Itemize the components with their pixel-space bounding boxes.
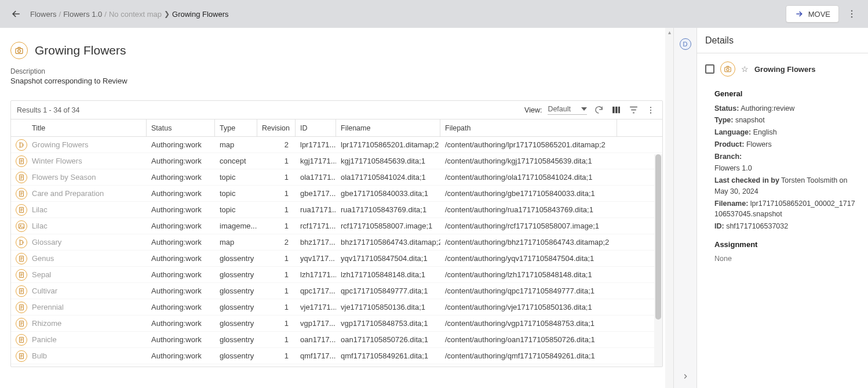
row-status: Authoring:work bbox=[147, 348, 215, 364]
table-row[interactable]: PanicleAuthoring:workglossentry1oan1717.… bbox=[11, 332, 662, 348]
row-id: ola17171... bbox=[296, 169, 336, 185]
table-row[interactable]: LilacAuthoring:workimageme...1rcf17171..… bbox=[11, 218, 662, 234]
scroll-thumb[interactable] bbox=[655, 154, 661, 320]
table-row[interactable]: PerennialAuthoring:workglossentry1vje171… bbox=[11, 299, 662, 316]
table-row[interactable]: PollinationAuthoring:workglossentry1yql1… bbox=[11, 364, 662, 367]
table-row[interactable]: CultivarAuthoring:workglossentry1qpc1717… bbox=[11, 283, 662, 299]
refresh-button[interactable] bbox=[593, 104, 604, 116]
more-button[interactable] bbox=[843, 5, 861, 23]
columns-icon bbox=[611, 105, 621, 115]
table-row[interactable]: Care and PreparationAuthoring:worktopic1… bbox=[11, 186, 662, 202]
columns-button[interactable] bbox=[610, 104, 622, 116]
th-status[interactable]: Status bbox=[147, 119, 215, 136]
svg-point-21 bbox=[20, 244, 21, 245]
row-revision: 1 bbox=[257, 332, 296, 347]
row-title-link[interactable]: Glossary bbox=[32, 238, 61, 246]
row-type: topic bbox=[215, 186, 257, 201]
row-title-link[interactable]: Perennial bbox=[32, 303, 64, 311]
top-actions: MOVE bbox=[786, 5, 861, 23]
svg-point-22 bbox=[23, 242, 24, 243]
crumb-1[interactable]: Flowers 1.0 bbox=[63, 10, 102, 19]
document-icon bbox=[18, 304, 25, 311]
svg-point-8 bbox=[650, 107, 651, 108]
row-type: imageme... bbox=[215, 218, 257, 234]
details-toggle[interactable]: D bbox=[680, 38, 691, 50]
document-icon bbox=[18, 271, 25, 278]
move-button[interactable]: MOVE bbox=[786, 5, 839, 23]
arrow-right-icon bbox=[794, 9, 804, 19]
row-title-link[interactable]: Sepal bbox=[32, 270, 51, 279]
row-type: glossentry bbox=[215, 316, 257, 331]
scrollbar[interactable] bbox=[654, 154, 662, 367]
favorite-button[interactable]: ☆ bbox=[741, 64, 749, 74]
row-type-icon bbox=[16, 204, 27, 216]
th-title[interactable]: Title bbox=[32, 119, 147, 136]
row-title-link[interactable]: Bulb bbox=[32, 351, 47, 360]
table-row[interactable]: BulbAuthoring:workglossentry1qmf1717...q… bbox=[11, 348, 662, 364]
select-checkbox[interactable] bbox=[705, 64, 714, 74]
scroll-up-icon: ▴ bbox=[665, 28, 673, 36]
row-title-link[interactable]: Genus bbox=[32, 254, 54, 263]
document-icon bbox=[18, 158, 25, 165]
filter-button[interactable] bbox=[628, 104, 639, 116]
row-title-link[interactable]: Flowers by Season bbox=[32, 173, 96, 182]
th-revision[interactable]: Revision bbox=[257, 119, 296, 136]
row-status: Authoring:work bbox=[147, 202, 215, 217]
row-status: Authoring:work bbox=[147, 169, 215, 185]
general-heading: General bbox=[714, 88, 859, 100]
row-title-link[interactable]: Lilac bbox=[32, 205, 48, 214]
table-row[interactable]: Winter FlowersAuthoring:workconcept1kgj1… bbox=[11, 153, 662, 169]
row-title-link[interactable]: Rhizome bbox=[32, 319, 61, 328]
th-filename[interactable]: Filename bbox=[336, 119, 440, 136]
th-id[interactable]: ID bbox=[296, 119, 336, 136]
kv-label: Product: bbox=[714, 140, 744, 148]
row-title-link[interactable]: Panicle bbox=[32, 335, 57, 344]
details-rail: D bbox=[673, 28, 696, 388]
table-row[interactable]: RhizomeAuthoring:workglossentry1vgp1717.… bbox=[11, 316, 662, 332]
row-title-link[interactable]: Cultivar bbox=[32, 287, 57, 295]
row-type-icon bbox=[16, 367, 27, 367]
row-filepath: /content/authoring/rua1717105843769.dita… bbox=[440, 202, 617, 217]
svg-rect-5 bbox=[612, 107, 615, 113]
row-type-icon bbox=[16, 318, 27, 329]
th-filepath[interactable]: Filepath bbox=[440, 119, 617, 136]
table-more-button[interactable] bbox=[645, 104, 657, 116]
table-row[interactable]: GenusAuthoring:workglossentry1yqv1717...… bbox=[11, 251, 662, 267]
refresh-icon bbox=[594, 105, 604, 115]
row-title-link[interactable]: Lilac bbox=[32, 222, 48, 230]
kv-value: English bbox=[753, 128, 777, 136]
crumb-sep: / bbox=[104, 10, 107, 19]
top-bar: Flowers / Flowers 1.0 / No context map ❯… bbox=[0, 0, 868, 28]
row-filename: rcf1717105858007.image;1 bbox=[336, 218, 440, 234]
collapse-panel[interactable] bbox=[681, 372, 690, 382]
row-title-link[interactable]: Winter Flowers bbox=[32, 157, 82, 165]
row-type: topic bbox=[215, 202, 257, 217]
row-status: Authoring:work bbox=[147, 267, 215, 282]
table-row[interactable]: SepalAuthoring:workglossentry1lzh17171..… bbox=[11, 267, 662, 283]
row-revision: 1 bbox=[257, 202, 296, 217]
crumb-0[interactable]: Flowers bbox=[30, 10, 57, 19]
table-row[interactable]: GlossaryAuthoring:workmap2bhz1717...bhz1… bbox=[11, 234, 662, 251]
row-type-icon bbox=[16, 253, 27, 264]
table-row[interactable]: Flowers by SeasonAuthoring:worktopic1ola… bbox=[11, 169, 662, 186]
row-type-icon bbox=[16, 237, 27, 248]
row-id: bhz1717... bbox=[296, 234, 336, 250]
kv-label: ID: bbox=[714, 222, 724, 230]
row-title-link[interactable]: Growing Flowers bbox=[32, 140, 89, 149]
th-type[interactable]: Type bbox=[215, 119, 257, 136]
map-tree-icon bbox=[18, 142, 25, 148]
row-filename: ola1717105841024.dita;1 bbox=[336, 169, 440, 185]
main-scrollbar[interactable]: ▴ bbox=[665, 28, 673, 388]
row-filename: bhz1717105864743.ditamap;2 bbox=[336, 234, 440, 250]
row-title-link[interactable]: Care and Preparation bbox=[32, 189, 104, 198]
table-panel: Results 1 - 34 of 34 View: Default bbox=[10, 100, 663, 367]
row-filename: yql1717105847617.dita;1 bbox=[336, 364, 440, 367]
filter-icon bbox=[629, 105, 639, 115]
row-filename: gbe1717105840033.dita;1 bbox=[336, 186, 440, 201]
table-row[interactable]: LilacAuthoring:worktopic1rua17171...rua1… bbox=[11, 202, 662, 218]
back-button[interactable] bbox=[7, 5, 25, 23]
table-row[interactable]: Growing FlowersAuthoring:workmap2lpr1717… bbox=[11, 137, 662, 153]
crumb-sep: / bbox=[59, 10, 61, 19]
table-header: Title Status Type Revision ID Filename F… bbox=[11, 119, 662, 137]
view-select[interactable]: Default bbox=[548, 105, 587, 115]
